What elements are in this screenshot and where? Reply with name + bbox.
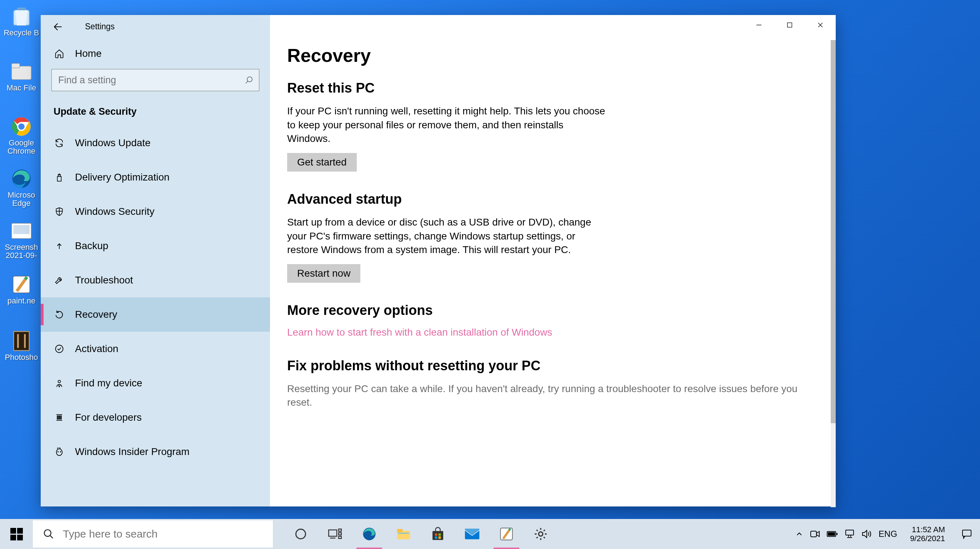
desktop-icon-recycle-bin[interactable]: Recycle B: [3, 3, 40, 54]
nav-label: Recovery: [75, 309, 117, 320]
desktop-icon-chrome[interactable]: Google Chrome: [3, 114, 40, 164]
start-button[interactable]: [0, 519, 33, 549]
find-device-icon: [54, 378, 65, 388]
nav-label: Windows Insider Program: [75, 446, 189, 458]
desktop-icon-label: Mac File: [6, 84, 36, 92]
section-heading: More recovery options: [287, 303, 830, 318]
taskbar-settings[interactable]: [523, 519, 558, 549]
taskbar-search-input[interactable]: [63, 528, 263, 540]
desktop-icon-label: Recycle B: [3, 29, 39, 37]
desktop-icon-screenshot[interactable]: Screensh 2021-09-: [3, 218, 40, 268]
cortana-icon: [294, 528, 307, 540]
svg-rect-34: [435, 536, 438, 539]
app-title: Settings: [85, 22, 115, 32]
desktop-icon-edge[interactable]: Microso Edge: [3, 166, 40, 216]
video-icon: [810, 530, 820, 538]
find-setting-input[interactable]: [52, 69, 259, 91]
nav-troubleshoot[interactable]: Troubleshoot: [41, 263, 270, 297]
nav-label: Activation: [75, 343, 118, 354]
nav-windows-security[interactable]: Windows Security: [41, 195, 270, 229]
chrome-icon: [10, 115, 33, 138]
task-view-button[interactable]: [318, 519, 352, 549]
search-icon: [245, 76, 253, 85]
content-scroll: Recovery Reset this PC If your PC isn't …: [270, 38, 830, 506]
desktop-icon-label: Microso Edge: [8, 191, 35, 207]
desktop: Recycle B Mac File Google Chrome Microso…: [0, 0, 980, 549]
nav-find-my-device[interactable]: Find my device: [41, 366, 270, 400]
section-heading: Reset this PC: [287, 80, 830, 96]
home-label: Home: [75, 48, 102, 59]
nav-windows-update[interactable]: Windows Update: [41, 126, 270, 160]
image-file-icon: [10, 219, 33, 243]
tray-battery[interactable]: [826, 530, 838, 538]
backup-icon: [54, 241, 65, 251]
paintnet-icon: [10, 273, 33, 296]
start-fresh-link[interactable]: Learn how to start fresh with a clean in…: [287, 327, 830, 338]
clock-date: 9/26/2021: [910, 534, 945, 543]
chevron-up-icon: [795, 530, 803, 538]
section-body: Start up from a device or disc (such as …: [287, 215, 608, 257]
back-button[interactable]: [51, 20, 65, 34]
category-title: Update & Security: [41, 96, 270, 126]
scrollbar-thumb[interactable]: [831, 40, 836, 423]
tray-meet-now[interactable]: [810, 530, 820, 538]
section-heading: Advanced startup: [287, 192, 830, 207]
action-center-button[interactable]: [959, 527, 974, 541]
svg-point-16: [58, 380, 61, 383]
nav-for-developers[interactable]: For developers: [41, 400, 270, 435]
section-advanced-startup: Advanced startup Start up from a device …: [287, 192, 830, 283]
tray-language[interactable]: ENG: [878, 529, 897, 539]
svg-rect-31: [433, 531, 443, 540]
desktop-icon-paintnet[interactable]: paint.ne: [3, 271, 40, 322]
taskbar-mail[interactable]: [455, 519, 489, 549]
minimize-button[interactable]: [744, 15, 774, 35]
taskbar-edge[interactable]: [352, 519, 387, 549]
taskbar-paintnet[interactable]: [489, 519, 523, 549]
maximize-icon: [786, 22, 793, 28]
tray-overflow[interactable]: [795, 530, 803, 538]
desktop-icon-photoshop[interactable]: Photosho: [3, 328, 40, 378]
desktop-icon-mac-files[interactable]: Mac File: [3, 59, 40, 109]
mail-icon: [464, 528, 480, 540]
maximize-button[interactable]: [774, 15, 805, 35]
find-setting-search[interactable]: [51, 69, 259, 91]
sidebar-header: Settings: [41, 15, 270, 38]
system-tray: ENG 11:52 AM 9/26/2021: [795, 525, 980, 543]
svg-rect-44: [963, 530, 971, 536]
cortana-button[interactable]: [283, 519, 318, 549]
nav-list: Windows Update Delivery Optimization Win…: [41, 126, 270, 469]
tray-network[interactable]: [844, 529, 855, 539]
delivery-icon: [54, 172, 65, 182]
nav-backup[interactable]: Backup: [41, 229, 270, 263]
svg-rect-41: [837, 533, 837, 535]
vertical-scrollbar[interactable]: [831, 40, 836, 507]
svg-rect-11: [14, 331, 29, 350]
nav-recovery[interactable]: Recovery: [41, 297, 270, 332]
tray-clock[interactable]: 11:52 AM 9/26/2021: [910, 525, 945, 543]
svg-point-14: [247, 77, 252, 82]
section-heading: Fix problems without resetting your PC: [287, 358, 830, 373]
gear-icon: [534, 527, 548, 541]
taskbar-search[interactable]: [33, 520, 273, 547]
restart-now-button[interactable]: Restart now: [287, 264, 360, 283]
search-icon: [43, 528, 54, 540]
svg-rect-30: [398, 533, 409, 534]
titlebar: [270, 15, 836, 38]
svg-rect-1: [17, 8, 26, 10]
svg-rect-32: [435, 533, 438, 536]
nav-windows-insider[interactable]: Windows Insider Program: [41, 435, 270, 469]
desktop-icon-label: Google Chrome: [8, 139, 35, 155]
taskbar-file-explorer[interactable]: [387, 519, 421, 549]
get-started-button[interactable]: Get started: [287, 153, 357, 172]
store-icon: [431, 527, 445, 541]
nav-delivery-optimization[interactable]: Delivery Optimization: [41, 160, 270, 195]
close-button[interactable]: [805, 15, 836, 35]
wrench-icon: [54, 275, 65, 285]
settings-content: Recovery Reset this PC If your PC isn't …: [270, 15, 836, 506]
home-button[interactable]: Home: [41, 38, 270, 69]
tray-volume[interactable]: [861, 529, 872, 539]
taskbar-store[interactable]: [421, 519, 455, 549]
section-fix-problems: Fix problems without resetting your PC R…: [287, 358, 830, 410]
clock-time: 11:52 AM: [912, 525, 945, 534]
nav-activation[interactable]: Activation: [41, 332, 270, 366]
